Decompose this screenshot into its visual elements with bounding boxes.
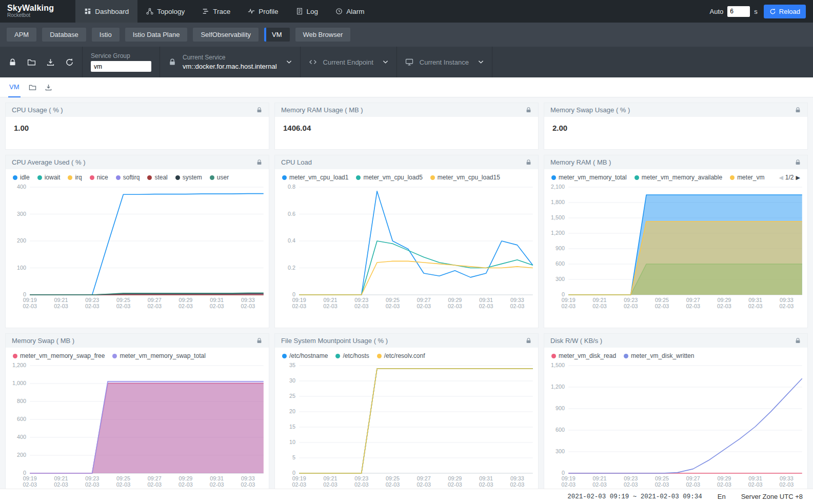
current-service-label: Current Service xyxy=(183,54,277,61)
nav-item-dashboard[interactable]: Dashboard xyxy=(75,0,137,23)
card-memory-ram-usage: Memory RAM Usage ( MB )1406.04 xyxy=(274,103,539,150)
legend-item-meter-vm-memory-swap-free[interactable]: meter_vm_memory_swap_free xyxy=(13,352,105,359)
current-endpoint-select[interactable]: Current Endpoint xyxy=(301,47,397,77)
svg-text:09:23: 09:23 xyxy=(624,297,638,303)
dashboard-grid: CPU Usage ( % )1.00Memory RAM Usage ( MB… xyxy=(0,97,813,504)
legend-dot xyxy=(13,175,17,180)
legend-item-meter-vm-memory-available[interactable]: meter_vm_memory_available xyxy=(634,174,722,181)
card-header: File System Mountpoint Usage ( % ) xyxy=(275,334,538,348)
lock-icon[interactable] xyxy=(256,159,263,166)
reload-button[interactable]: Reload xyxy=(764,5,806,18)
legend-item-meter-vm-cpu-load1[interactable]: meter_vm_cpu_load1 xyxy=(282,174,348,181)
template-tab-bar: APMDatabaseIstioIstio Data PlaneSelfObse… xyxy=(0,23,813,47)
svg-text:200: 200 xyxy=(17,238,26,244)
logo-subtitle: Rocketbot xyxy=(7,13,54,18)
nav-item-log[interactable]: Log xyxy=(287,0,327,23)
legend-item-meter-vm-cpu-load15[interactable]: meter_vm_cpu_load15 xyxy=(430,174,500,181)
tab-vm[interactable]: VM xyxy=(8,77,21,97)
chart-title: Memory RAM ( MB ) xyxy=(550,158,611,166)
legend-item-meter-vm-cpu-load5[interactable]: meter_vm_cpu_load5 xyxy=(356,174,422,181)
svg-text:09:23: 09:23 xyxy=(85,297,99,303)
svg-text:10: 10 xyxy=(289,439,295,446)
svg-text:1,200: 1,200 xyxy=(12,362,26,369)
svg-text:09:27: 09:27 xyxy=(148,297,162,303)
service-group-input[interactable] xyxy=(91,61,151,72)
chart-title: Memory RAM Usage ( MB ) xyxy=(281,106,363,114)
svg-text:02-03: 02-03 xyxy=(323,481,338,488)
legend-dot xyxy=(282,354,287,358)
endpoint-icon xyxy=(309,58,317,66)
lock-icon[interactable] xyxy=(525,337,532,344)
lock-icon[interactable] xyxy=(795,159,801,166)
language-toggle[interactable]: En xyxy=(718,493,726,500)
lock-icon[interactable] xyxy=(256,107,263,113)
template-tab-apm[interactable]: APM xyxy=(7,28,36,42)
svg-text:02-03: 02-03 xyxy=(780,303,794,309)
lock-icon[interactable] xyxy=(795,107,801,113)
svg-text:09:23: 09:23 xyxy=(354,475,368,481)
svg-text:900: 900 xyxy=(556,246,565,252)
template-tab-web-browser[interactable]: Web Browser xyxy=(295,28,351,42)
server-zone-setting[interactable]: Server Zone UTC +8 xyxy=(741,493,803,500)
legend-item-idle[interactable]: idle xyxy=(13,174,30,181)
legend-item--etc-hosts[interactable]: /etc/hosts xyxy=(335,352,369,359)
legend-item--etc-hostname[interactable]: /etc/hostname xyxy=(282,352,328,359)
template-tab-vm[interactable]: VM xyxy=(264,28,290,42)
template-tab-selfobservability[interactable]: SelfObservability xyxy=(193,28,259,42)
legend-item-user[interactable]: user xyxy=(210,174,229,181)
svg-text:02-03: 02-03 xyxy=(510,481,525,488)
legend-item-softirq[interactable]: softirq xyxy=(116,174,140,181)
footer-bar: 2021-02-03 09:19 ~ 2021-02-03 09:34 En S… xyxy=(0,489,813,504)
legend-item-iowait[interactable]: iowait xyxy=(37,174,61,181)
svg-text:09:31: 09:31 xyxy=(210,297,224,303)
legend-item-system[interactable]: system xyxy=(175,174,202,181)
legend-item-nice[interactable]: nice xyxy=(90,174,108,181)
chart-legend: /etc/hostname/etc/hosts/etc/resolv.conf xyxy=(275,348,538,360)
lock-icon[interactable] xyxy=(256,337,263,344)
svg-text:02-03: 02-03 xyxy=(479,481,493,488)
nav-item-trace[interactable]: Trace xyxy=(193,0,239,23)
legend-item-irq[interactable]: irq xyxy=(68,174,82,181)
legend-item-steal[interactable]: steal xyxy=(147,174,167,181)
lock-icon[interactable] xyxy=(525,107,532,113)
legend-prev-icon[interactable]: ◀ xyxy=(779,174,783,181)
legend-dot xyxy=(551,175,556,180)
template-tab-database[interactable]: Database xyxy=(42,28,86,42)
lock-icon[interactable] xyxy=(795,337,801,344)
current-instance-select[interactable]: Current Instance xyxy=(397,47,492,77)
refresh-icon[interactable] xyxy=(65,58,74,67)
legend-item-meter-vm-memory-total[interactable]: meter_vm_memory_total xyxy=(551,174,627,181)
svg-text:09:21: 09:21 xyxy=(592,475,606,481)
nav-item-alarm[interactable]: Alarm xyxy=(327,0,373,23)
legend-dot xyxy=(377,354,382,358)
legend-dot xyxy=(551,354,556,358)
legend-next-icon[interactable]: ▶ xyxy=(796,174,800,181)
svg-text:09:21: 09:21 xyxy=(54,475,68,481)
download-icon[interactable] xyxy=(45,84,52,91)
current-service-select[interactable]: Current Service vm::docker.for.mac.host.… xyxy=(160,47,301,77)
svg-text:02-03: 02-03 xyxy=(210,481,224,488)
folder-icon[interactable] xyxy=(27,58,36,67)
nav-item-profile[interactable]: Profile xyxy=(239,0,287,23)
download-icon[interactable] xyxy=(46,58,55,67)
card-memory-ram: Memory RAM ( MB )meter_vm_memory_totalme… xyxy=(544,155,808,328)
chart-title: Memory Swap ( MB ) xyxy=(12,337,74,345)
template-tab-istio[interactable]: Istio xyxy=(92,28,120,42)
folder-icon[interactable] xyxy=(29,84,36,91)
legend-item-meter-vm-disk-written[interactable]: meter_vm_disk_written xyxy=(624,352,694,359)
auto-interval-input[interactable] xyxy=(727,6,750,17)
svg-text:09:23: 09:23 xyxy=(85,475,99,481)
legend-item-meter-vm-disk-read[interactable]: meter_vm_disk_read xyxy=(551,352,616,359)
legend-item-meter-vm[interactable]: meter_vm xyxy=(730,174,764,181)
template-tab-istio-data-plane[interactable]: Istio Data Plane xyxy=(125,28,188,42)
legend-item--etc-resolv-conf[interactable]: /etc/resolv.conf xyxy=(377,352,425,359)
lock-icon[interactable] xyxy=(8,58,17,67)
svg-text:09:19: 09:19 xyxy=(292,297,306,303)
nav-item-label: Profile xyxy=(259,8,278,15)
nav-item-topology[interactable]: Topology xyxy=(137,0,193,23)
chart-legend: meter_vm_memory_totalmeter_vm_memory_ava… xyxy=(544,169,807,182)
app-logo[interactable]: SkyWalking Rocketbot xyxy=(7,4,54,18)
time-range[interactable]: 2021-02-03 09:19 ~ 2021-02-03 09:34 xyxy=(567,493,702,500)
lock-icon[interactable] xyxy=(525,159,532,166)
legend-item-meter-vm-memory-swap-total[interactable]: meter_vm_memory_swap_total xyxy=(112,352,205,359)
